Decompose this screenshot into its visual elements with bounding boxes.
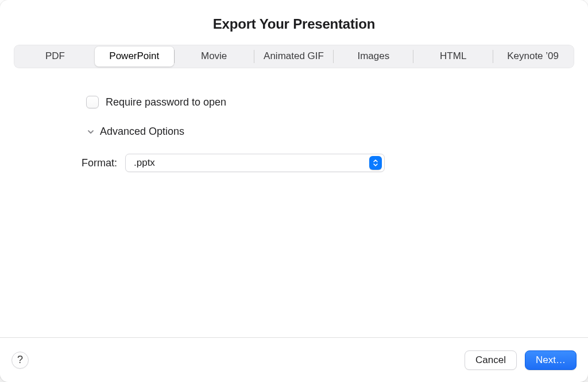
title-area: Export Your Presentation (0, 0, 588, 45)
format-value: .pptx (134, 157, 155, 169)
help-button[interactable]: ? (11, 352, 29, 369)
segmented-control: PDF PowerPoint Movie Animated GIF Images… (14, 45, 574, 68)
popup-updown-icon (369, 156, 382, 170)
tab-keynote09[interactable]: Keynote ’09 (493, 46, 572, 67)
help-icon: ? (17, 354, 23, 366)
next-button-label: Next… (536, 354, 566, 366)
advanced-options-label: Advanced Options (100, 126, 184, 138)
tab-html[interactable]: HTML (413, 46, 493, 67)
require-password-row: Require password to open (86, 96, 588, 108)
cancel-button-label: Cancel (475, 354, 506, 366)
format-row: Format: .pptx (82, 154, 588, 172)
tab-pdf[interactable]: PDF (16, 46, 95, 67)
sheet-footer: ? Cancel Next… (0, 337, 588, 382)
chevron-down-icon (86, 127, 95, 137)
advanced-options-disclosure[interactable]: Advanced Options (86, 126, 588, 138)
tab-powerpoint[interactable]: PowerPoint (95, 46, 174, 67)
export-format-tabs: PDF PowerPoint Movie Animated GIF Images… (0, 45, 588, 68)
require-password-checkbox[interactable] (86, 96, 99, 108)
next-button[interactable]: Next… (525, 350, 577, 370)
tab-animated-gif[interactable]: Animated GIF (254, 46, 334, 67)
tab-images[interactable]: Images (334, 46, 413, 67)
format-popup[interactable]: .pptx (125, 154, 385, 172)
options-pane: Require password to open Advanced Option… (0, 68, 588, 337)
tab-movie[interactable]: Movie (175, 46, 254, 67)
format-label: Format: (82, 157, 117, 169)
sheet-title: Export Your Presentation (0, 16, 588, 32)
cancel-button[interactable]: Cancel (465, 350, 517, 370)
require-password-label: Require password to open (106, 96, 226, 108)
export-sheet: Export Your Presentation PDF PowerPoint … (0, 0, 588, 382)
